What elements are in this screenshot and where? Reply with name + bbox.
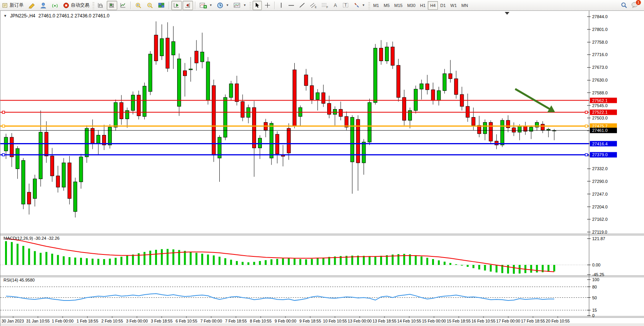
new-order-button[interactable]: 新订单 [0, 1, 26, 10]
auto-scroll-button[interactable] [171, 1, 182, 10]
macd-histogram-bar [270, 259, 272, 265]
vertical-line-icon [279, 2, 284, 8]
toolbar-separator [274, 2, 275, 9]
time-axis-label[interactable]: 9 Feb 00:00 [275, 319, 296, 323]
cursor-button[interactable] [253, 1, 262, 10]
crosshair-button[interactable] [263, 1, 272, 10]
time-axis-label[interactable]: 2 Feb 10:55 [101, 319, 123, 323]
time-axis-label[interactable]: 8 Feb 10:55 [250, 319, 272, 323]
line-handle[interactable] [585, 125, 588, 127]
timeframe-d1[interactable]: D1 [438, 1, 448, 10]
time-axis-label[interactable]: 9 Feb 18:55 [299, 319, 321, 323]
line-handle[interactable] [585, 111, 588, 113]
candle [16, 148, 19, 169]
time-axis-label[interactable]: 17 Feb 00:00 [496, 319, 520, 323]
time-axis-label[interactable]: 15 Feb 18:55 [447, 319, 471, 323]
macd-histogram-bar [92, 259, 94, 265]
svg-text:E: E [315, 6, 317, 9]
auto-trading-button[interactable]: 自动交易 [61, 1, 91, 10]
macd-histogram-bar [495, 265, 497, 273]
chart-canvas[interactable]: 27844.027801.027758.027716.027673.027630… [0, 11, 644, 326]
timeframe-m1[interactable]: M1 [371, 1, 381, 10]
macd-histogram-bar [109, 259, 111, 265]
macd-histogram-bar [17, 244, 19, 265]
indicators-button[interactable]: ▼ [198, 1, 214, 10]
time-axis-label[interactable]: 15 Feb 00:00 [422, 319, 446, 323]
new-order-label: 新订单 [10, 2, 24, 9]
candle [541, 124, 545, 130]
price-tick-label: 27673.0 [592, 65, 608, 70]
time-axis-label[interactable]: 3 Feb 00:00 [126, 319, 148, 323]
signal-icon-button[interactable] [50, 1, 60, 10]
timeframe-m30[interactable]: M30 [405, 1, 418, 10]
line-handle[interactable] [2, 111, 5, 113]
price-tag-label: 27461.0 [592, 128, 608, 133]
line-chart-button[interactable] [118, 1, 128, 10]
time-axis-label[interactable]: 1 Feb 18:55 [77, 319, 98, 323]
candle [420, 84, 423, 89]
chart-shift-button[interactable] [183, 1, 193, 10]
macd-histogram-bar [201, 254, 203, 265]
macd-histogram-bar [299, 259, 301, 265]
text-button[interactable]: A [331, 1, 340, 10]
timeframe-w1[interactable]: W1 [448, 1, 459, 10]
templates-button[interactable]: ▼ [232, 1, 248, 10]
candle [443, 74, 446, 91]
tile-windows-button[interactable] [156, 1, 167, 10]
candlestick-chart-button[interactable] [107, 1, 117, 10]
candle [160, 39, 164, 56]
macd-histogram-bar [28, 249, 30, 265]
candle [316, 93, 319, 100]
zoom-in-button[interactable] [133, 1, 144, 10]
macd-histogram-bar [380, 256, 382, 265]
notifications-button[interactable]: 1 [631, 2, 639, 9]
candle [39, 132, 43, 179]
timeframe-h4[interactable]: H4 [428, 1, 438, 10]
time-axis-label[interactable]: 20 Feb 10:55 [546, 319, 570, 323]
time-axis-label[interactable]: 13 Feb 00:00 [348, 319, 372, 323]
line-handle[interactable] [585, 154, 588, 156]
text-label-button[interactable]: T [341, 1, 351, 10]
person-icon-button[interactable] [38, 1, 49, 10]
time-axis-label[interactable]: 13 Feb 18:55 [372, 319, 396, 323]
time-axis-label[interactable]: 17 Feb 18:55 [521, 319, 545, 323]
time-axis-label[interactable]: 31 Jan 10:55 [26, 319, 50, 323]
crayon-icon-button[interactable] [26, 1, 37, 10]
timeframe-m5[interactable]: M5 [381, 1, 392, 10]
time-axis-label[interactable]: 6 Feb 10:55 [176, 319, 197, 323]
time-axis-label[interactable]: 16 Feb 10:55 [471, 319, 495, 323]
time-axis-label[interactable]: 14 Feb 10:55 [397, 319, 421, 323]
candle [200, 52, 204, 61]
time-axis-label[interactable]: 3 Feb 18:55 [151, 319, 173, 323]
time-axis-label[interactable]: 10 Feb 10:55 [323, 319, 347, 323]
macd-histogram-bar [294, 259, 296, 265]
line-handle[interactable] [2, 125, 5, 127]
periods-button[interactable]: ▼ [215, 1, 231, 10]
macd-histogram-bar [455, 264, 457, 265]
trendline-button[interactable] [297, 1, 307, 10]
zoom-out-button[interactable] [145, 1, 155, 10]
equidistant-channel-button[interactable]: E [308, 1, 319, 10]
candle [518, 126, 521, 132]
arrows-tool-button[interactable]: ▼ [352, 1, 367, 10]
macd-histogram-bar [63, 256, 65, 265]
macd-histogram-bar [426, 258, 428, 265]
toolbar-grip [249, 2, 251, 9]
timeframe-m15[interactable]: M15 [392, 1, 405, 10]
fibonacci-button[interactable]: F [319, 1, 330, 10]
search-icon[interactable] [621, 2, 627, 9]
macd-histogram-bar [126, 256, 128, 265]
time-axis-label[interactable]: 1 Feb 00:00 [52, 319, 73, 323]
horizontal-line-button[interactable] [286, 1, 296, 10]
time-axis-label[interactable]: 7 Feb 00:00 [200, 319, 222, 323]
line-handle[interactable] [2, 154, 5, 156]
candle [287, 128, 290, 153]
collapse-chart-icon[interactable]: ▼ [3, 14, 7, 18]
vertical-line-button[interactable] [277, 1, 285, 10]
timeframe-mn[interactable]: MN [459, 1, 470, 10]
timeframe-h1[interactable]: H1 [418, 1, 428, 10]
time-axis-label[interactable]: 30 Jan 2023 [2, 319, 24, 323]
price-tick-label: 27844.0 [592, 14, 608, 19]
time-axis-label[interactable]: 7 Feb 18:55 [225, 319, 247, 323]
bar-chart-button[interactable] [96, 1, 106, 10]
